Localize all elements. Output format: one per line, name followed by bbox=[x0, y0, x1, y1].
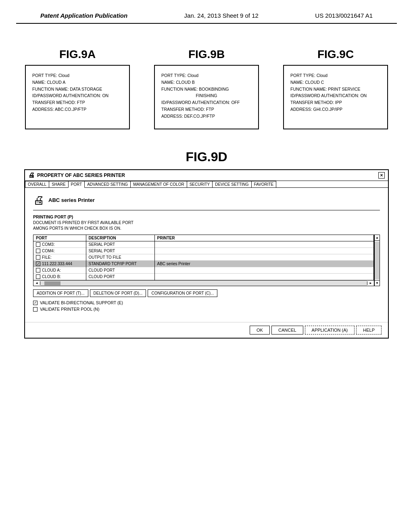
fig9c-line2: NAME: CLOUD C bbox=[290, 79, 381, 86]
top-figures: FIG.9A PORT TYPE: Cloud NAME: CLOUD A FU… bbox=[0, 48, 413, 129]
fig9a-line1: PORT TYPE: Cloud bbox=[32, 72, 123, 79]
port-table: PORT DESCRIPTION PRINTER bbox=[33, 235, 374, 280]
desc-cell: STANDARD TCP/IP PORT bbox=[86, 261, 154, 267]
port-checkbox[interactable] bbox=[36, 255, 40, 260]
port-checkbox-cell: COM4: bbox=[36, 249, 83, 253]
port-checkbox[interactable] bbox=[36, 242, 40, 247]
printer-header-icon: 🖨 bbox=[33, 193, 44, 207]
desc-cell: OUTPUT TO FILE bbox=[86, 254, 154, 261]
application-button[interactable]: APPLICATION (A) bbox=[305, 326, 355, 335]
printer-cell bbox=[154, 241, 374, 248]
delete-port-button[interactable]: DELETION OF PORT (D)... bbox=[90, 289, 146, 297]
help-button[interactable]: HELP bbox=[356, 326, 382, 335]
fig9c-line6: ADDRESS: GHI.CO.JP/IPP bbox=[290, 106, 381, 113]
cancel-button[interactable]: CANCEL bbox=[271, 326, 303, 335]
table-row[interactable]: COM3: SERIAL PORT bbox=[33, 241, 374, 248]
th-port: PORT bbox=[33, 235, 86, 241]
ok-button[interactable]: OK bbox=[250, 326, 270, 335]
fig9c-container: FIG.9C PORT TYPE: Cloud NAME: CLOUD C FU… bbox=[283, 48, 388, 129]
scroll-thumb[interactable] bbox=[44, 281, 60, 285]
port-value: CLOUD B: bbox=[42, 274, 61, 279]
scroll-up-button[interactable]: ▲ bbox=[375, 235, 380, 241]
fig9a-container: FIG.9A PORT TYPE: Cloud NAME: CLOUD A FU… bbox=[25, 48, 130, 129]
printer-cell bbox=[154, 274, 374, 280]
tab-favorite[interactable]: FAVORITE bbox=[251, 181, 277, 187]
port-checkbox-checked[interactable] bbox=[36, 262, 40, 266]
printer-title-icon: 🖨 bbox=[28, 172, 35, 179]
tab-device-setting[interactable]: DEVICE SETTING bbox=[212, 181, 251, 187]
fig9c-line1: PORT TYPE: Cloud bbox=[290, 72, 381, 79]
port-value: COM3: bbox=[42, 242, 55, 247]
port-cell[interactable]: COM4: bbox=[33, 248, 86, 254]
table-row[interactable]: CLOUD B: CLOUD PORT bbox=[33, 274, 374, 280]
tab-overall[interactable]: OVERALL bbox=[25, 181, 49, 187]
port-table-area: PORT DESCRIPTION PRINTER bbox=[33, 235, 380, 286]
table-row[interactable]: FILE: OUTPUT TO FILE bbox=[33, 254, 374, 261]
tab-share[interactable]: SHARE bbox=[49, 181, 68, 187]
tab-security[interactable]: SECURITY bbox=[187, 181, 213, 187]
dialog-titlebar: 🖨 PROPERTY OF ABC SERIES PRINTER × bbox=[25, 170, 388, 181]
port-cell[interactable]: COM3: bbox=[33, 241, 86, 248]
scroll-down-button[interactable]: ▼ bbox=[375, 280, 380, 286]
printer-cell bbox=[154, 254, 374, 261]
port-value: FILE: bbox=[42, 255, 52, 260]
dialog-content: 🖨 ABC series Printer PRINTING PORT (P) D… bbox=[25, 188, 388, 320]
dialog-wrapper: 🖨 PROPERTY OF ABC SERIES PRINTER × OVERA… bbox=[24, 169, 389, 339]
close-button[interactable]: × bbox=[378, 172, 385, 179]
port-table-wrapper: PORT DESCRIPTION PRINTER bbox=[33, 235, 374, 281]
validate-pool-checkbox[interactable] bbox=[33, 307, 38, 312]
port-checkbox-cell: 111.222.333.444 bbox=[36, 262, 83, 266]
fig9a-box: PORT TYPE: Cloud NAME: CLOUD A FUNCTION … bbox=[25, 65, 130, 129]
scroll-left-button[interactable]: ◄ bbox=[33, 281, 40, 285]
scroll-track[interactable] bbox=[40, 281, 367, 286]
table-row[interactable]: CLOUD A: CLOUD PORT bbox=[33, 267, 374, 274]
fig9b-line4: FINISHING bbox=[161, 92, 252, 99]
port-checkbox[interactable] bbox=[36, 274, 40, 279]
port-cell[interactable]: CLOUD B: bbox=[33, 274, 86, 280]
port-value: COM4: bbox=[42, 249, 55, 253]
page-header: Patent Application Publication Jan. 24, … bbox=[16, 0, 397, 24]
fig9a-label: FIG.9A bbox=[25, 48, 130, 61]
property-dialog: 🖨 PROPERTY OF ABC SERIES PRINTER × OVERA… bbox=[24, 169, 389, 339]
table-row[interactable]: COM4: SERIAL PORT bbox=[33, 248, 374, 254]
desc-cell: CLOUD PORT bbox=[86, 267, 154, 274]
port-action-buttons: ADDITION OF PORT (T)... DELETION OF PORT… bbox=[33, 289, 380, 297]
patent-number: US 2013/0021647 A1 bbox=[315, 12, 373, 19]
fig9c-line4: ID/PASSWORD AUTHENTICATION: ON bbox=[290, 92, 381, 99]
fig9b-box: PORT TYPE: Cloud NAME: CLOUD B FUNCTION … bbox=[154, 65, 259, 129]
port-cell[interactable]: FILE: bbox=[33, 254, 86, 261]
desc-cell: SERIAL PORT bbox=[86, 248, 154, 254]
port-cell[interactable]: 111.222.333.444 bbox=[33, 261, 86, 267]
vertical-scrollbar[interactable]: ▲ ▼ bbox=[374, 235, 380, 286]
table-row-highlighted[interactable]: 111.222.333.444 STANDARD TCP/IP PORT ABC… bbox=[33, 261, 374, 267]
scroll-thumb-vert[interactable] bbox=[375, 241, 380, 279]
fig9b-container: FIG.9B PORT TYPE: Cloud NAME: CLOUD B FU… bbox=[154, 48, 259, 129]
port-checkbox-cell: CLOUD A: bbox=[36, 268, 83, 272]
fig9c-label: FIG.9C bbox=[283, 48, 388, 61]
fig9b-line2: NAME: CLOUD B bbox=[161, 79, 252, 86]
tabs-bar: OVERALL SHARE PORT ADVANCED SETTING MANA… bbox=[25, 181, 388, 188]
fig9c-line3: FUNCTION NAME: PRINT SERVICE bbox=[290, 86, 381, 93]
port-checkbox-cell: CLOUD B: bbox=[36, 274, 83, 279]
tab-advanced-setting[interactable]: ADVANCED SETTING bbox=[84, 181, 131, 187]
tab-port[interactable]: PORT bbox=[68, 181, 85, 188]
port-checkbox[interactable] bbox=[36, 249, 40, 253]
fig9b-line6: TRANSFER METHOD: FTP bbox=[161, 106, 252, 113]
fig9a-line2: NAME: CLOUD A bbox=[32, 79, 123, 86]
port-cell[interactable]: CLOUD A: bbox=[33, 267, 86, 274]
configure-port-button[interactable]: CONFIGURATION OF PORT (C)... bbox=[148, 289, 217, 297]
fig9a-line5: TRANSFER METHOD: FTP bbox=[32, 99, 123, 106]
desc-cell: CLOUD PORT bbox=[86, 274, 154, 280]
validate-bidirectional-checkbox[interactable] bbox=[33, 301, 38, 305]
printer-header: 🖨 ABC series Printer bbox=[33, 193, 380, 210]
printer-name: ABC series Printer bbox=[48, 197, 95, 203]
th-printer: PRINTER bbox=[154, 235, 374, 241]
fig9d-label: FIG.9D bbox=[0, 150, 413, 164]
port-checkbox[interactable] bbox=[36, 268, 40, 272]
fig9a-line3: FUNCTION NAME: DATA STORAGE bbox=[32, 86, 123, 93]
scroll-right-button[interactable]: ► bbox=[367, 281, 374, 285]
tab-management-color[interactable]: MANAGEMENT OF COLOR bbox=[130, 181, 187, 187]
add-port-button[interactable]: ADDITION OF PORT (T)... bbox=[33, 289, 88, 297]
th-description: DESCRIPTION bbox=[86, 235, 154, 241]
horizontal-scrollbar[interactable]: ◄ ► bbox=[33, 281, 374, 286]
